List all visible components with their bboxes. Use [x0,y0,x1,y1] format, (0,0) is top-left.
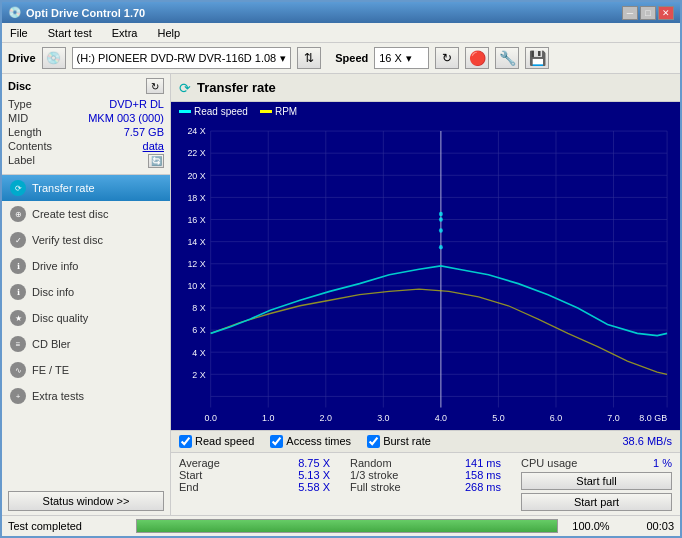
nav-cd-bler[interactable]: ≡ CD Bler [2,331,170,357]
nav-cdbler-icon: ≡ [10,336,26,352]
menu-bar: File Start test Extra Help [2,23,680,43]
legend-read-label: Read speed [194,106,248,117]
chart-controls: Read speed Access times Burst rate 38.6 … [171,430,680,452]
disc-header: Disc ↻ [8,78,164,94]
disc-label-icon[interactable]: 🔄 [148,154,164,168]
disc-contents-val[interactable]: data [143,140,164,152]
access-times-label: Access times [286,435,351,447]
stat-1-3-label: 1/3 stroke [350,469,398,481]
main-layout: Disc ↻ Type DVD+R DL MID MKM 003 (000) L… [2,74,680,515]
btn-icon-1[interactable]: 🔴 [465,47,489,69]
stat-end-label: End [179,481,199,493]
drive-select-wrapper[interactable]: (H:) PIONEER DVD-RW DVR-116D 1.08 ▾ [72,47,292,69]
stat-full-val: 268 ms [465,481,501,493]
checkbox-access-times[interactable]: Access times [270,435,351,448]
svg-text:7.0: 7.0 [607,411,619,423]
svg-text:10 X: 10 X [187,280,206,292]
stats-col3: CPU usage 1 % Start full Start part [521,457,672,511]
svg-text:5.0: 5.0 [492,411,504,423]
nav-cdbler-label: CD Bler [32,338,71,350]
checkbox-read-speed[interactable]: Read speed [179,435,254,448]
drive-refresh-btn[interactable]: ⇅ [297,47,321,69]
close-button[interactable]: ✕ [658,6,674,20]
right-panel: ⟳ Transfer rate Read speed RPM [171,74,680,515]
svg-text:16 X: 16 X [187,213,206,225]
chart-header: ⟳ Transfer rate [171,74,680,102]
svg-point-47 [439,245,443,249]
nav-disc-icon: ℹ [10,284,26,300]
stat-random-row: Random 141 ms [350,457,501,469]
drive-bar: Drive 💿 (H:) PIONEER DVD-RW DVR-116D 1.0… [2,43,680,74]
svg-text:6 X: 6 X [192,324,206,336]
speed-dropdown-arrow: ▾ [406,52,412,65]
legend-rpm-color [260,110,272,113]
app-title: Opti Drive Control 1.70 [26,7,145,19]
speed-select-wrapper[interactable]: 16 X ▾ [374,47,429,69]
nav-transfer-label: Transfer rate [32,182,95,194]
menu-file[interactable]: File [6,26,32,40]
nav-fe-te[interactable]: ∿ FE / TE [2,357,170,383]
speed-label: Speed [335,52,368,64]
nav-verify-test[interactable]: ✓ Verify test disc [2,227,170,253]
stat-average-label: Average [179,457,220,469]
title-bar-left: 💿 Opti Drive Control 1.70 [8,6,145,19]
svg-text:2.0: 2.0 [320,411,332,423]
nav-drive-label: Drive info [32,260,78,272]
chart-title: Transfer rate [197,80,276,95]
nav-extra-label: Extra tests [32,390,84,402]
nav-create-test[interactable]: ⊕ Create test disc [2,201,170,227]
stat-average-row: Average 8.75 X [179,457,330,469]
nav-drive-icon: ℹ [10,258,26,274]
maximize-button[interactable]: □ [640,6,656,20]
speed-set-btn[interactable]: ↻ [435,47,459,69]
nav-disc-quality[interactable]: ★ Disc quality [2,305,170,331]
disc-label-row: Label 🔄 [8,154,164,168]
svg-text:14 X: 14 X [187,236,206,248]
burst-rate-checkbox[interactable] [367,435,380,448]
menu-extra[interactable]: Extra [108,26,142,40]
stat-full-label: Full stroke [350,481,401,493]
disc-refresh-btn[interactable]: ↻ [146,78,164,94]
stat-start-val: 5.13 X [298,469,330,481]
nav-drive-info[interactable]: ℹ Drive info [2,253,170,279]
menu-start-test[interactable]: Start test [44,26,96,40]
read-speed-checkbox[interactable] [179,435,192,448]
checkbox-burst-rate[interactable]: Burst rate [367,435,431,448]
minimize-button[interactable]: ─ [622,6,638,20]
progress-bar-fill [137,520,557,532]
drive-icon-btn[interactable]: 💿 [42,47,66,69]
disc-label-key: Label [8,154,35,168]
menu-help[interactable]: Help [153,26,184,40]
status-text: Test completed [8,520,128,532]
title-bar: 💿 Opti Drive Control 1.70 ─ □ ✕ [2,2,680,23]
nav-fete-icon: ∿ [10,362,26,378]
nav-create-icon: ⊕ [10,206,26,222]
nav-transfer-rate[interactable]: ⟳ Transfer rate [2,175,170,201]
status-window-btn[interactable]: Status window >> [8,491,164,511]
nav-disc-info[interactable]: ℹ Disc info [2,279,170,305]
stat-cpu-val: 1 % [653,457,672,469]
status-bar: Test completed 100.0% 00:03 [2,515,680,536]
svg-rect-0 [171,120,680,430]
legend-read-color [179,110,191,113]
svg-text:6.0: 6.0 [550,411,562,423]
time-value: 00:03 [624,520,674,532]
access-times-checkbox[interactable] [270,435,283,448]
disc-type-row: Type DVD+R DL [8,98,164,110]
stat-random-val: 141 ms [465,457,501,469]
chart-canvas: 24 X 22 X 20 X 18 X 16 X 14 X 12 X 10 X … [171,120,680,430]
nav-items: ⟳ Transfer rate ⊕ Create test disc ✓ Ver… [2,175,170,487]
nav-extra-icon: + [10,388,26,404]
stat-random-label: Random [350,457,392,469]
btn-icon-3[interactable]: 💾 [525,47,549,69]
drive-value: (H:) PIONEER DVD-RW DVR-116D 1.08 [77,52,277,64]
start-full-btn[interactable]: Start full [521,472,672,490]
disc-mid-row: MID MKM 003 (000) [8,112,164,124]
nav-extra-tests[interactable]: + Extra tests [2,383,170,409]
btn-icon-2[interactable]: 🔧 [495,47,519,69]
title-bar-controls: ─ □ ✕ [622,6,674,20]
legend-rpm-label: RPM [275,106,297,117]
start-part-btn[interactable]: Start part [521,493,672,511]
disc-contents-row: Contents data [8,140,164,152]
svg-text:0.0: 0.0 [204,411,216,423]
